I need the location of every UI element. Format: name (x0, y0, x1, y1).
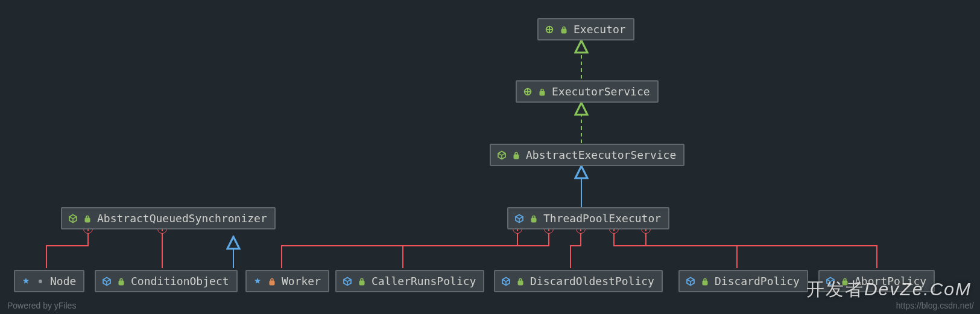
node-worker[interactable]: Worker (245, 270, 329, 292)
package-private-icon (36, 277, 45, 286)
lock-icon (700, 277, 710, 286)
node-label: DiscardOldestPolicy (530, 275, 654, 287)
final-class-star-icon (21, 277, 31, 286)
interface-icon (523, 87, 533, 97)
node-conditionobject[interactable]: ConditionObject (95, 270, 238, 292)
lock-icon (511, 150, 521, 160)
node-label: AbortPolicy (855, 275, 926, 287)
class-icon (102, 277, 112, 286)
class-icon (826, 277, 835, 286)
lock-icon (116, 277, 126, 286)
edge-abort-inner-tpe (646, 231, 877, 268)
lock-icon (357, 277, 367, 286)
node-label: Node (50, 275, 76, 287)
lock-icon (529, 214, 539, 223)
lock-icon (559, 25, 569, 34)
abstract-class-icon (497, 150, 507, 160)
lock-icon (537, 87, 547, 97)
node-discardoldestpolicy[interactable]: DiscardOldestPolicy (494, 270, 663, 292)
final-class-star-icon (253, 277, 262, 286)
interface-icon (545, 25, 554, 34)
class-icon (343, 277, 352, 286)
node-label: AbstractExecutorService (526, 149, 676, 161)
uml-diagram-canvas: Executor ExecutorService AbstractExecuto… (0, 0, 980, 314)
node-abstractexecutorservice[interactable]: AbstractExecutorService (490, 144, 684, 166)
footer-source-url: https://blog.csdn.net/ (896, 301, 974, 310)
node-label: ThreadPoolExecutor (543, 212, 661, 225)
node-executor[interactable]: Executor (537, 18, 634, 40)
node-label: Worker (282, 275, 321, 287)
node-callerrunspolicy[interactable]: CallerRunsPolicy (335, 270, 484, 292)
abstract-class-icon (68, 214, 78, 223)
node-discardpolicy[interactable]: DiscardPolicy (678, 270, 808, 292)
node-label: AbstractQueuedSynchronizer (97, 212, 267, 225)
lock-icon (516, 277, 525, 286)
node-executorservice[interactable]: ExecutorService (516, 80, 659, 103)
edge-callerruns-inner-tpe (403, 231, 549, 268)
class-icon (514, 214, 524, 223)
node-label: Executor (574, 23, 626, 36)
node-label: ConditionObject (131, 275, 229, 287)
node-label: DiscardPolicy (715, 275, 800, 287)
edge-discardoldest-inner-tpe (571, 231, 581, 268)
private-lock-icon (267, 277, 277, 286)
node-abstractqueuedsynchronizer[interactable]: AbstractQueuedSynchronizer (61, 207, 276, 229)
edge-discard-inner-tpe (614, 231, 737, 268)
edge-worker-inner-tpe (282, 231, 517, 268)
node-threadpoolexecutor[interactable]: ThreadPoolExecutor (507, 207, 669, 229)
lock-icon (840, 277, 850, 286)
footer-powered-by: Powered by yFiles (7, 301, 76, 310)
node-abortpolicy[interactable]: AbortPolicy (818, 270, 935, 292)
lock-icon (83, 214, 92, 223)
node-label: CallerRunsPolicy (371, 275, 476, 287)
class-icon (686, 277, 695, 286)
edge-node-inner-aqs (46, 231, 88, 268)
node-node[interactable]: Node (14, 270, 84, 292)
node-label: ExecutorService (552, 85, 650, 98)
class-icon (501, 277, 511, 286)
